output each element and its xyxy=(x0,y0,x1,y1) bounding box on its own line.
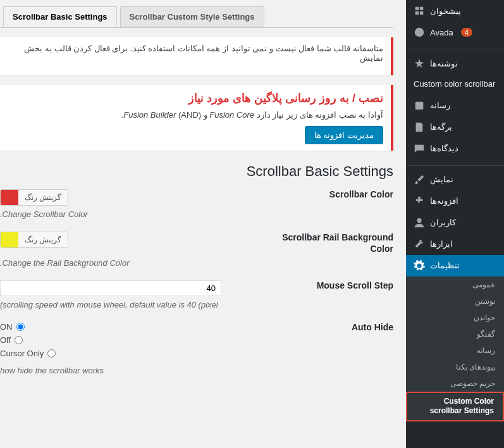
label: دیدگاه‌ها xyxy=(430,144,458,153)
submenu-discussion[interactable]: گفتگو xyxy=(406,326,504,342)
sidebar-pages[interactable]: برگه‌ها xyxy=(406,116,504,138)
label: برگه‌ها xyxy=(430,122,452,132)
sidebar-plugins[interactable]: افزونه‌ها xyxy=(406,190,504,212)
row-scroll-step: Mouse Scroll Step xyxy=(0,280,393,296)
notice-plugins-required: نصب / به روز رسانی پلاگین های مورد نیاز … xyxy=(0,85,393,151)
brush-icon xyxy=(414,174,425,185)
radio-cursor-input[interactable] xyxy=(47,349,56,358)
sidebar-comments[interactable]: دیدگاه‌ها xyxy=(406,138,504,159)
media-icon xyxy=(414,100,425,111)
field-desc: .Change Scrollbar Color xyxy=(0,209,393,219)
main-content: Scrollbar Basic Settings Scrollbar Custo… xyxy=(0,0,406,448)
label: رسانه xyxy=(430,101,450,110)
badge: 4 xyxy=(461,28,472,37)
label: Mouse Scroll Step xyxy=(267,280,393,290)
plugin-icon xyxy=(414,196,425,207)
radio-label: Off xyxy=(0,335,11,345)
label: نمایش xyxy=(430,175,453,184)
field-desc: .Change the Rail Background Color xyxy=(0,258,393,268)
radio-on[interactable]: ON xyxy=(0,322,267,332)
submenu-permalinks[interactable]: پیوندهای یکتا xyxy=(406,359,504,375)
radio-cursor[interactable]: Cursor Only xyxy=(0,349,267,358)
separator xyxy=(406,46,504,49)
sidebar-custom-color[interactable]: Custom color scrollbar xyxy=(406,74,504,95)
color-select-button[interactable]: گزینش رنگ xyxy=(18,190,68,204)
notice-title: نصب / به روز رسانی پلاگین های مورد نیاز xyxy=(8,91,383,105)
sidebar-tools[interactable]: ابزارها xyxy=(406,233,504,255)
admin-sidebar: پیشخوان 4 Avada نوشته‌ها Custom color sc… xyxy=(406,0,504,448)
scroll-step-input[interactable] xyxy=(0,280,221,296)
submenu-reading[interactable]: خواندن xyxy=(406,309,504,326)
label: ابزارها xyxy=(430,239,453,249)
label: پیشخوان xyxy=(430,6,461,16)
label: نوشته‌ها xyxy=(430,59,458,68)
tabs: Scrollbar Basic Settings Scrollbar Custo… xyxy=(0,6,393,28)
notice-text: متاسفانه قالب شما فعال نیست و نمی توانید… xyxy=(8,44,383,63)
dashboard-icon xyxy=(414,5,425,16)
sidebar-settings[interactable]: تنظیمات xyxy=(406,255,504,277)
em: Fusion Core xyxy=(209,110,254,120)
svg-point-0 xyxy=(415,28,424,37)
label: کاربران xyxy=(430,218,456,227)
page-icon xyxy=(414,121,425,133)
radio-on-input[interactable] xyxy=(16,323,25,331)
color-picker-rail[interactable]: گزینش رنگ xyxy=(0,232,68,248)
label: Auto Hide xyxy=(267,322,393,332)
separator xyxy=(406,163,504,166)
color-select-button[interactable]: گزینش رنگ xyxy=(18,233,68,247)
sidebar-dashboard[interactable]: پیشخوان xyxy=(406,0,504,22)
manage-plugins-button[interactable]: مدیریت افزونه ها xyxy=(305,126,383,144)
tab-custom[interactable]: Scrollbar Custom Style Settings xyxy=(120,6,264,27)
submenu-custom-scrollbar[interactable]: Custom Color scrollbar Settings xyxy=(406,392,504,421)
notice-theme-inactive: متاسفانه قالب شما فعال نیست و نمی توانید… xyxy=(0,37,393,75)
row-rail-color: Scrollbar Rail Background Color گزینش رن… xyxy=(0,232,393,254)
comment-icon xyxy=(414,143,425,154)
submenu-general[interactable]: عمومی xyxy=(406,277,504,293)
label: Scrollbar Color xyxy=(267,189,393,199)
notice-body: آوادا به نصب افزونه های زیر نیاز دارد Fu… xyxy=(8,110,383,120)
radio-label: ON xyxy=(0,322,13,332)
radio-off-input[interactable] xyxy=(15,336,23,344)
gear-icon xyxy=(414,260,425,271)
radio-label: Cursor Only xyxy=(0,349,44,358)
avada-icon xyxy=(414,27,425,38)
submenu-privacy[interactable]: حریم خصوصی xyxy=(406,375,504,392)
svg-rect-1 xyxy=(415,102,424,110)
settings-submenu: عمومی نوشتن خواندن گفتگو رسانه پیوندهای … xyxy=(406,277,504,421)
label: تنظیمات xyxy=(430,261,460,270)
sidebar-avada[interactable]: 4 Avada xyxy=(406,22,504,43)
sidebar-users[interactable]: کاربران xyxy=(406,212,504,233)
t: آوادا به نصب افزونه های زیر نیاز دارد xyxy=(254,110,383,120)
label: Custom color scrollbar xyxy=(414,79,495,90)
label: Avada xyxy=(430,28,453,37)
submenu-writing[interactable]: نوشتن xyxy=(406,293,504,309)
tab-basic[interactable]: Scrollbar Basic Settings xyxy=(3,6,117,27)
color-swatch-yellow[interactable] xyxy=(1,232,18,247)
radio-off[interactable]: Off xyxy=(0,335,267,345)
label: Scrollbar Rail Background Color xyxy=(267,232,393,254)
pin-icon xyxy=(414,58,425,69)
field-desc: (scrolling speed with mouse wheel, defau… xyxy=(0,300,393,309)
em: Fusion Builder xyxy=(123,110,176,120)
label: افزونه‌ها xyxy=(430,196,458,206)
sidebar-posts[interactable]: نوشته‌ها xyxy=(406,53,504,74)
t: و xyxy=(201,110,209,120)
sidebar-media[interactable]: رسانه xyxy=(406,95,504,116)
row-scrollbar-color: Scrollbar Color گزینش رنگ xyxy=(0,189,393,206)
row-auto-hide: Auto Hide ON Off Cursor Only xyxy=(0,322,393,362)
submenu-media[interactable]: رسانه xyxy=(406,342,504,359)
color-picker-scrollbar[interactable]: گزینش رنگ xyxy=(0,189,68,206)
tools-icon xyxy=(414,239,425,250)
users-icon xyxy=(414,217,425,228)
field-desc: how hide the scrollbar works xyxy=(0,366,393,375)
svg-point-2 xyxy=(417,218,421,223)
section-title: Scrollbar Basic Settings xyxy=(0,163,393,180)
color-swatch-red[interactable] xyxy=(1,190,18,205)
sidebar-appearance[interactable]: نمایش xyxy=(406,169,504,190)
